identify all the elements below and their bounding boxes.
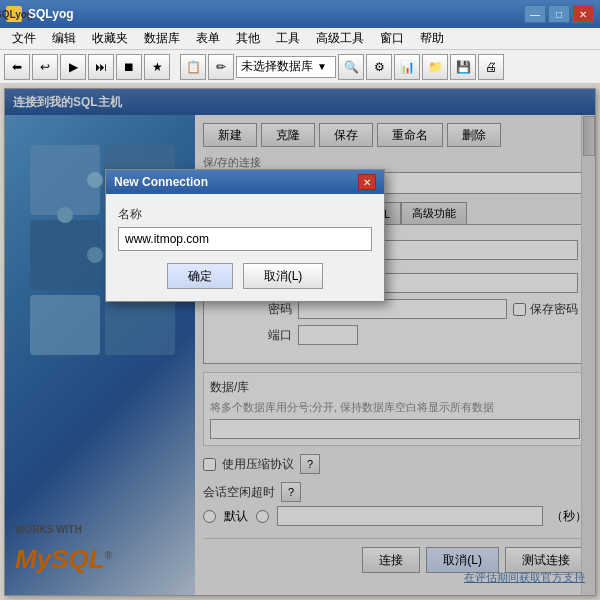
database-dropdown[interactable]: 未选择数据库 ▼ <box>236 56 336 78</box>
menu-advanced-tools[interactable]: 高级工具 <box>308 28 372 49</box>
toolbar-btn-8[interactable]: ✏ <box>208 54 234 80</box>
modal-close-button[interactable]: ✕ <box>358 174 376 190</box>
toolbar: ⬅ ↩ ▶ ⏭ ⏹ ★ 📋 ✏ 未选择数据库 ▼ 🔍 ⚙ 📊 📁 💾 🖨 <box>0 50 600 84</box>
menu-help[interactable]: 帮助 <box>412 28 452 49</box>
toolbar-btn-9[interactable]: 🔍 <box>338 54 364 80</box>
toolbar-btn-3[interactable]: ▶ <box>60 54 86 80</box>
menu-window[interactable]: 窗口 <box>372 28 412 49</box>
menu-database[interactable]: 数据库 <box>136 28 188 49</box>
toolbar-btn-5[interactable]: ⏹ <box>116 54 142 80</box>
menu-tools[interactable]: 工具 <box>268 28 308 49</box>
toolbar-btn-7[interactable]: 📋 <box>180 54 206 80</box>
dropdown-arrow-icon: ▼ <box>317 61 327 72</box>
modal-confirm-button[interactable]: 确定 <box>167 263 233 289</box>
modal-buttons-row: 确定 取消(L) <box>118 263 372 289</box>
new-connection-modal: New Connection ✕ 名称 确定 取消(L) <box>105 169 385 302</box>
toolbar-btn-6[interactable]: ★ <box>144 54 170 80</box>
modal-overlay: New Connection ✕ 名称 确定 取消(L) <box>5 89 595 595</box>
app-close-button[interactable]: ✕ <box>572 5 594 23</box>
title-bar: SQLyog SQLyog — □ ✕ <box>0 0 600 28</box>
toolbar-btn-2[interactable]: ↩ <box>32 54 58 80</box>
center-area: 连接到我的SQL主机 <box>0 84 600 600</box>
menu-file[interactable]: 文件 <box>4 28 44 49</box>
menu-table[interactable]: 表单 <box>188 28 228 49</box>
app-icon: SQLyog <box>6 6 22 22</box>
title-bar-title: SQLyog <box>28 7 74 21</box>
modal-body: 名称 确定 取消(L) <box>106 194 384 301</box>
toolbar-btn-10[interactable]: ⚙ <box>366 54 392 80</box>
menu-bar: 文件 编辑 收藏夹 数据库 表单 其他 工具 高级工具 窗口 帮助 <box>0 28 600 50</box>
title-bar-controls: — □ ✕ <box>524 5 594 23</box>
title-bar-left: SQLyog SQLyog <box>6 6 74 22</box>
toolbar-btn-14[interactable]: 🖨 <box>478 54 504 80</box>
main-content: 连接到我的SQL主机 <box>0 84 600 600</box>
modal-name-label: 名称 <box>118 206 372 223</box>
modal-title-bar: New Connection ✕ <box>106 170 384 194</box>
modal-cancel-button[interactable]: 取消(L) <box>243 263 324 289</box>
toolbar-btn-4[interactable]: ⏭ <box>88 54 114 80</box>
toolbar-btn-11[interactable]: 📊 <box>394 54 420 80</box>
toolbar-btn-1[interactable]: ⬅ <box>4 54 30 80</box>
toolbar-btn-12[interactable]: 📁 <box>422 54 448 80</box>
modal-name-input[interactable] <box>118 227 372 251</box>
toolbar-btn-13[interactable]: 💾 <box>450 54 476 80</box>
connection-dialog: 连接到我的SQL主机 <box>4 88 596 596</box>
minimize-button[interactable]: — <box>524 5 546 23</box>
menu-favorites[interactable]: 收藏夹 <box>84 28 136 49</box>
menu-edit[interactable]: 编辑 <box>44 28 84 49</box>
maximize-button[interactable]: □ <box>548 5 570 23</box>
menu-other[interactable]: 其他 <box>228 28 268 49</box>
